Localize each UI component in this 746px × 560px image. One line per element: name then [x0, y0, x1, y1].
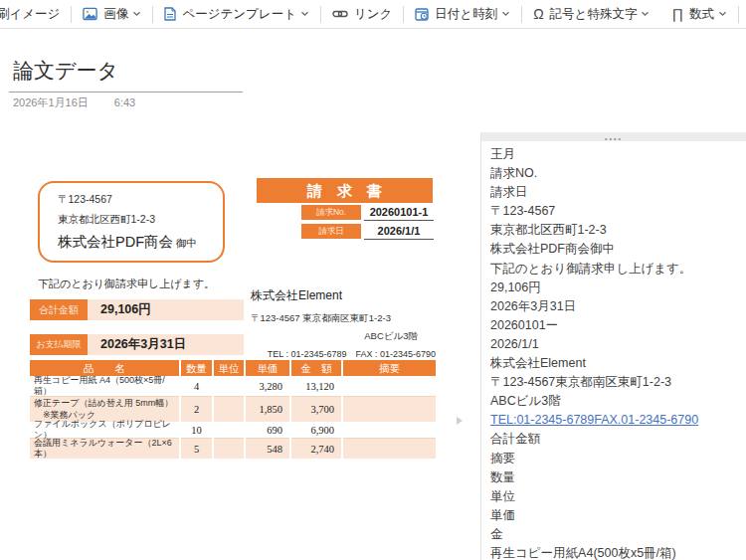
toolbar-date-time-button[interactable]: 日付と時刻	[404, 0, 521, 28]
invoice-table-cell-amount: 13,120	[291, 376, 341, 397]
invoice-meta-label: 請求No.	[301, 205, 361, 220]
extracted-text-line[interactable]: 単価	[490, 506, 740, 525]
extracted-text-line[interactable]: 2026年3月31日	[490, 297, 740, 316]
text-note-container[interactable]: •••• 王月請求NO.請求日〒123-4567東京都北区西町1-2-3株式会社…	[480, 132, 746, 560]
invoice-table-header-cell: 金 額	[291, 360, 341, 376]
container-grip-icon[interactable]: ••••	[481, 132, 746, 141]
chevron-down-icon	[641, 11, 650, 17]
invoice-table-header-cell: 単位	[214, 360, 244, 376]
extracted-text-line[interactable]: 再生コピー用紙A4(500枚x5冊/箱)	[490, 544, 740, 560]
invoice-table-row: 再生コピー用紙 A4（500枚×5冊/箱）43,28013,120	[30, 376, 436, 397]
extracted-text-line[interactable]: ABCビル3階	[490, 392, 740, 411]
image-icon	[83, 7, 97, 21]
page-icon	[164, 7, 176, 21]
issuer-building: ABCビル3階	[251, 330, 436, 343]
toolbar-equation-button[interactable]: ∏数式	[660, 0, 738, 28]
toolbar-audio-record-button[interactable]: オーディオの録音	[739, 0, 746, 28]
toolbar-link-button[interactable]: リンク	[321, 0, 403, 28]
page-time-text: 6:43	[114, 96, 135, 108]
invoice-image[interactable]: 〒123-4567 東京都北区西町1-2-3 株式会社PDF商会御中 請 求 書…	[30, 169, 438, 467]
chevron-down-icon	[501, 11, 510, 17]
extracted-text-line[interactable]: 請求NO.	[490, 164, 740, 183]
toolbar-picture-button[interactable]: 画像	[72, 0, 152, 28]
extracted-text-line[interactable]: 王月	[490, 145, 740, 164]
invoice-table-header: 品 名数量単位単価金 額摘要	[30, 360, 436, 376]
phone-fax-link[interactable]: TEL:01-2345-6789FAX.01-2345-6790	[490, 411, 740, 430]
invoice-table-cell-name: 会議用ミネラルウォーター（2L×6本）	[30, 439, 179, 459]
invoice-meta-row: 請求日2026/1/1	[301, 224, 434, 240]
extracted-text-line[interactable]: 合計金額	[490, 430, 740, 449]
invoice-table-cell-price: 1,850	[246, 397, 289, 422]
invoice-table-cell-note	[343, 376, 436, 397]
extracted-text-line[interactable]: 20260101ー	[490, 316, 740, 335]
invoice-table-cell-amount: 3,700	[291, 397, 341, 422]
chevron-down-icon	[300, 11, 309, 17]
invoice-table-cell-price: 3,280	[246, 376, 289, 397]
invoice-meta-value: 2026/1/1	[364, 224, 434, 240]
invoice-meta: 請求No.20260101-1請求日2026/1/1	[301, 205, 434, 243]
invoice-table-cell-price: 690	[246, 422, 289, 439]
invoice-total-row: 合計金額 29,106円	[30, 299, 244, 320]
extracted-text-line[interactable]: 2026/1/1	[490, 335, 740, 354]
pi-icon: ∏	[671, 7, 683, 21]
invoice-table-cell-note	[343, 422, 436, 439]
toolbar-item-label: 刷イメージ	[0, 6, 60, 23]
invoice-table-cell-name: ファイルボックス（ポリプロピレン）	[30, 422, 179, 439]
extracted-text-line[interactable]: 株式会社PDF商会御中	[490, 240, 740, 259]
page-date: 2026年1月16日6:43	[13, 95, 135, 110]
invoice-table-cell-price: 548	[246, 439, 289, 459]
title-underline	[9, 92, 243, 93]
page-title[interactable]: 論文データ	[13, 57, 118, 85]
toolbar-item-label: リンク	[354, 6, 392, 23]
page-date-text: 2026年1月16日	[13, 96, 89, 108]
toolbar-item-label: 画像	[103, 6, 128, 23]
extracted-text-line[interactable]: 数量	[490, 468, 740, 487]
invoice-table-row: ファイルボックス（ポリプロピレン）106906,900	[30, 422, 436, 439]
invoice-table-cell-unit	[214, 376, 244, 397]
recipient-company: 株式会社PDF商会御中	[58, 233, 223, 252]
toolbar-symbols-button[interactable]: Ω記号と特殊文字	[522, 0, 660, 28]
paragraph-handle-icon[interactable]	[456, 412, 464, 430]
invoice-table-cell-note	[343, 439, 436, 459]
recipient-box: 〒123-4567 東京都北区西町1-2-3 株式会社PDF商会御中	[38, 181, 225, 263]
onenote-app: 刷イメージ画像ページテンプレートリンク日付と時刻Ω記号と特殊文字∏数式オーディオ…	[0, 0, 746, 560]
extracted-text-line[interactable]: 金	[490, 525, 740, 544]
invoice-table-cell-qty: 10	[181, 422, 212, 439]
extracted-text-line[interactable]: 29,106円	[490, 279, 740, 297]
invoice-table-cell-qty: 2	[181, 397, 212, 422]
recipient-honorific: 御中	[176, 237, 197, 249]
extracted-text-line[interactable]: 〒123-4567東京都南区東町1-2-3	[490, 373, 740, 392]
invoice-table-cell-note	[343, 397, 436, 422]
issuer-block: 株式会社Element 〒123-4567 東京都南区東町1-2-3 ABCビル…	[251, 287, 436, 361]
extracted-text-line[interactable]: 請求日	[490, 183, 740, 202]
invoice-table-header-cell: 数量	[181, 360, 212, 376]
omega-icon: Ω	[533, 7, 543, 21]
extracted-text-line[interactable]: 〒123-4567	[490, 202, 740, 221]
recipient-address: 東京都北区西町1-2-3	[58, 213, 223, 227]
invoice-greeting: 下記のとおり御請求申し上げます。	[38, 277, 215, 291]
recipient-postal: 〒123-4567	[58, 193, 223, 207]
toolbar-item-label: 記号と特殊文字	[550, 6, 638, 23]
chevron-down-icon	[132, 11, 141, 17]
invoice-table-cell-qty: 4	[181, 376, 212, 397]
extracted-text-line[interactable]: 東京都北区西町1-2-3	[490, 221, 740, 240]
invoice-table-header-cell: 単価	[246, 360, 289, 376]
invoice-table-cell-name: 再生コピー用紙 A4（500枚×5冊/箱）	[30, 376, 179, 397]
toolbar-page-template-button[interactable]: ページテンプレート	[153, 0, 320, 28]
recipient-company-name: 株式会社PDF商会	[58, 234, 173, 250]
invoice-meta-value: 20260101-1	[364, 205, 434, 221]
toolbar-print-image-button[interactable]: 刷イメージ	[0, 0, 71, 28]
extracted-text-line[interactable]: 下記のとおり御請求申し上げます。	[490, 260, 740, 279]
extracted-text-line[interactable]: 単位	[490, 487, 740, 506]
extracted-text-line[interactable]: 摘要	[490, 450, 740, 468]
invoice-meta-row: 請求No.20260101-1	[301, 205, 434, 221]
issuer-company: 株式会社Element	[251, 287, 436, 304]
toolbar-item-label: 日付と時刻	[435, 6, 497, 23]
invoice-table-header-cell: 品 名	[30, 360, 179, 376]
invoice-due-row: お支払期限 2026年3月31日	[30, 334, 244, 355]
invoice-table-cell-amount: 2,740	[291, 439, 341, 459]
extracted-text-line[interactable]: 株式会社Element	[490, 354, 740, 373]
invoice-table-cell-amount: 6,900	[291, 422, 341, 439]
total-label: 合計金額	[30, 299, 88, 320]
invoice-table-row: 会議用ミネラルウォーター（2L×6本）55482,740	[30, 439, 436, 459]
